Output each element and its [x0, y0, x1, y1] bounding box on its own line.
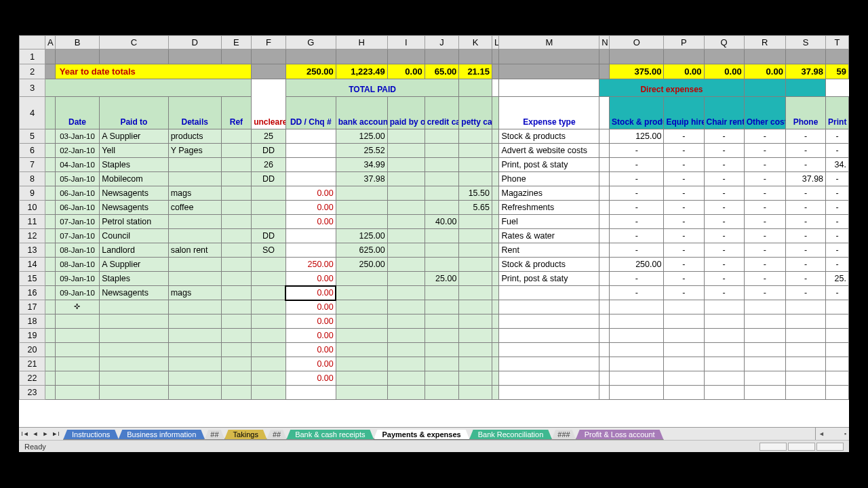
cell-Q19[interactable] — [704, 329, 744, 343]
cell-I20[interactable] — [387, 343, 425, 357]
cell-O22[interactable] — [610, 371, 664, 386]
cell-S17[interactable] — [785, 300, 825, 314]
cell-B16[interactable]: 09-Jan-10 — [55, 286, 99, 300]
cell-I18[interactable] — [387, 314, 425, 329]
cell-D20[interactable] — [168, 343, 221, 357]
cell-R1[interactable] — [744, 49, 785, 64]
scroll-thumb[interactable]: ▪ — [844, 430, 846, 437]
cell-Q20[interactable] — [704, 343, 744, 357]
row-header-17[interactable]: 17 — [20, 300, 45, 314]
row-header-13[interactable]: 13 — [20, 243, 45, 258]
cell-Q9[interactable]: - — [704, 186, 744, 201]
row-header-21[interactable]: 21 — [20, 357, 45, 371]
cell-E23[interactable] — [221, 386, 251, 400]
cell-I12[interactable] — [387, 229, 425, 243]
cell-K6[interactable] — [459, 144, 492, 158]
cell-F18[interactable] — [252, 314, 286, 329]
cell-F5[interactable]: 25 — [252, 129, 286, 144]
cell-I11[interactable] — [387, 215, 425, 229]
col-header-E[interactable]: E — [221, 36, 251, 49]
cell-T1[interactable] — [826, 49, 849, 64]
cell-L22[interactable] — [492, 371, 499, 386]
cell-L13[interactable] — [492, 243, 499, 258]
cell-M19[interactable] — [499, 329, 599, 343]
col-header-G[interactable]: G — [285, 36, 336, 49]
cell-C20[interactable] — [100, 343, 168, 357]
cell-O8[interactable]: - — [610, 172, 664, 186]
cell-G9[interactable]: 0.00 — [285, 186, 336, 201]
cell-A15[interactable] — [45, 272, 56, 286]
cell-J15[interactable]: 25.00 — [425, 272, 459, 286]
cell-N8[interactable] — [599, 172, 610, 186]
cell-A11[interactable] — [45, 215, 56, 229]
cell-N17[interactable] — [599, 300, 610, 314]
cell-B13[interactable]: 08-Jan-10 — [55, 243, 99, 258]
cell-K1[interactable] — [459, 49, 492, 64]
cell-N14[interactable] — [599, 258, 610, 272]
cell-S11[interactable]: - — [785, 215, 825, 229]
cell-L8[interactable] — [492, 172, 499, 186]
cell-Q10[interactable]: - — [704, 201, 744, 215]
col-header-J[interactable]: J — [425, 36, 459, 49]
cell-T16[interactable]: - — [826, 286, 849, 300]
col-header-K[interactable]: K — [459, 36, 492, 49]
cell-J14[interactable] — [425, 258, 459, 272]
cell-S5[interactable]: - — [785, 129, 825, 144]
cell-F19[interactable] — [252, 329, 286, 343]
cell-G22[interactable]: 0.00 — [285, 371, 336, 386]
cell-R11[interactable]: - — [744, 215, 785, 229]
cell-P5[interactable]: - — [664, 129, 704, 144]
cell-B20[interactable] — [55, 343, 99, 357]
cell-I14[interactable] — [387, 258, 425, 272]
cell-M15[interactable]: Print, post & staty — [499, 272, 599, 286]
sheet-tab--[interactable]: ## — [204, 430, 224, 440]
cell-R12[interactable]: - — [744, 229, 785, 243]
cell-A12[interactable] — [45, 229, 56, 243]
cell-S9[interactable]: - — [785, 186, 825, 201]
cell-I16[interactable] — [387, 286, 425, 300]
cell-O18[interactable] — [610, 314, 664, 329]
cell-C12[interactable]: Council — [100, 229, 168, 243]
cell-R15[interactable]: - — [744, 272, 785, 286]
cell-N19[interactable] — [599, 329, 610, 343]
cell-S8[interactable]: 37.98 — [785, 172, 825, 186]
cell-A20[interactable] — [45, 343, 56, 357]
cell-Q23[interactable] — [704, 386, 744, 400]
cell-C6[interactable]: Yell — [100, 144, 168, 158]
cell-E1[interactable] — [221, 49, 251, 64]
cell-L19[interactable] — [492, 329, 499, 343]
cell-G12[interactable] — [285, 229, 336, 243]
cell-R22[interactable] — [744, 371, 785, 386]
cell-O17[interactable] — [610, 300, 664, 314]
cell-N21[interactable] — [599, 357, 610, 371]
cell-O23[interactable] — [610, 386, 664, 400]
cell-F11[interactable] — [252, 215, 286, 229]
cell-E20[interactable] — [221, 343, 251, 357]
cell-L9[interactable] — [492, 186, 499, 201]
cell-N20[interactable] — [599, 343, 610, 357]
cell-O5[interactable]: 125.00 — [610, 129, 664, 144]
cell-D10[interactable]: coffee — [168, 201, 221, 215]
col-header-C[interactable]: C — [100, 36, 168, 49]
cell-B10[interactable]: 06-Jan-10 — [55, 201, 99, 215]
select-all-corner[interactable] — [20, 36, 45, 49]
cell-J19[interactable] — [425, 329, 459, 343]
cell-Q14[interactable]: - — [704, 258, 744, 272]
cell-T22[interactable] — [826, 371, 849, 386]
cell-Q16[interactable]: - — [704, 286, 744, 300]
cell-M23[interactable] — [499, 386, 599, 400]
cell-E13[interactable] — [221, 243, 251, 258]
cell-T19[interactable] — [826, 329, 849, 343]
cell-N1[interactable] — [599, 49, 610, 64]
cell-R21[interactable] — [744, 357, 785, 371]
cell-R10[interactable]: - — [744, 201, 785, 215]
col-header-R[interactable]: R — [744, 36, 785, 49]
cell-N18[interactable] — [599, 314, 610, 329]
cell-N15[interactable] — [599, 272, 610, 286]
cell-K23[interactable] — [459, 386, 492, 400]
cell-J18[interactable] — [425, 314, 459, 329]
sheet-tab-profit-loss-account[interactable]: Profit & Loss account — [576, 430, 664, 440]
cell-O21[interactable] — [610, 357, 664, 371]
row-header-1[interactable]: 1 — [20, 49, 45, 64]
cell-T13[interactable]: - — [826, 243, 849, 258]
